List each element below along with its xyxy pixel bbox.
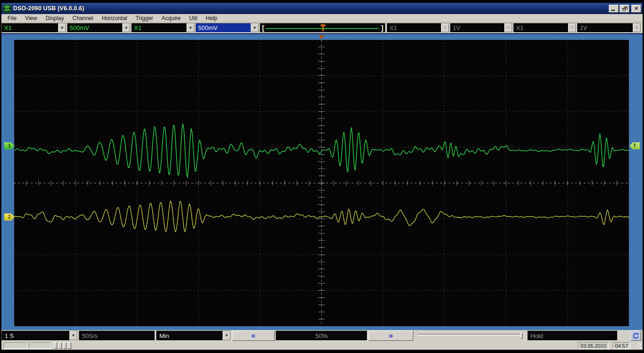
time-field: 04:57 [613,342,630,349]
range-close-bracket: ] [381,24,383,32]
toolbar-grip [54,342,57,349]
date-field: 03.05.2010 [578,342,609,349]
slider-groove [418,334,521,336]
ch1-volts-select[interactable]: 500mV ▼ [67,23,131,33]
minimize-icon [611,10,615,11]
menu-trigger[interactable]: Trigger [131,15,157,22]
status-bar: 03.05.2010 04:57 [1,341,643,350]
channel-1-trace [14,124,629,177]
menu-util[interactable]: Util [185,15,202,22]
channel1-marker[interactable]: 1 [4,142,15,149]
channel2-marker[interactable]: 2 [4,213,15,221]
buffer-position-slider[interactable] [416,331,525,341]
timebase-select[interactable]: 1 S ▼ [1,331,78,341]
trigger-status-field: Hold [527,331,618,341]
ch2-probe-select[interactable]: X1 ▼ [131,23,195,33]
close-button[interactable]: × [631,5,641,13]
chevron-down-icon: ▼ [441,23,449,32]
chevron-down-icon[interactable]: ▼ [58,23,66,32]
chevron-down-icon[interactable]: ▼ [69,331,77,340]
menu-display[interactable]: Display [41,15,68,22]
chevron-down-icon: ▼ [633,23,641,32]
minimize-button[interactable] [609,5,619,13]
menu-bar: File View Display Channel Horizontal Tri… [1,14,643,22]
app-window: DSO-2090 USB (V6.0.0.6) × File View Disp… [0,0,644,353]
toolbar-grip [68,342,71,349]
menu-help[interactable]: Help [202,15,222,22]
scope-display [14,40,629,326]
menu-horizontal[interactable]: Horizontal [97,15,131,22]
horizontal-toolbar: 1 S ▼ 50S/s Min ▼ « 50% » Hold [1,330,643,341]
scope-grid-and-traces [14,40,629,326]
double-chevron-right-icon: » [389,331,393,339]
toolbar-grip [59,342,62,349]
chevron-down-icon[interactable]: ▼ [122,23,130,32]
chevron-down-icon[interactable]: ▼ [223,331,231,340]
menu-acquire[interactable]: Acquire [157,15,185,22]
trigger-position-handle[interactable] [320,24,325,32]
toolbar-grip [63,342,67,349]
ch3-probe-select: X1 ▼ [387,23,449,33]
chevron-down-icon: ▼ [568,23,576,32]
resize-grip[interactable] [636,343,642,349]
menu-view[interactable]: View [21,15,41,22]
scope-frame: 1 2 T [1,33,643,330]
pan-left-button[interactable]: « [232,331,275,341]
restore-button[interactable] [620,5,629,13]
range-open-bracket: [ [262,24,264,32]
slider-thumb[interactable] [520,333,523,338]
pan-right-button[interactable]: » [368,331,413,341]
acquisition-mode-select[interactable]: Min ▼ [156,331,231,341]
app-icon [3,5,11,13]
sample-rate-field: 50S/s [79,331,155,341]
ch2-volts-select[interactable]: 500mV ▼ [195,23,259,33]
status-panel [3,342,28,349]
chevron-down-icon: ▼ [504,23,512,32]
ch4-volts-select: 1V ▼ [577,23,641,33]
trigger-position-marker-icon[interactable] [319,35,324,39]
double-chevron-left-icon: « [251,331,255,339]
ch3-volts-select: 1V ▼ [450,23,513,33]
ch4-probe-select: X1 ▼ [513,23,577,33]
status-panel [29,342,51,349]
title-bar: DSO-2090 USB (V6.0.0.6) × [1,3,643,14]
refresh-button[interactable] [630,331,641,341]
menu-file[interactable]: File [3,15,21,22]
trigger-position-slider[interactable]: [ ] [260,23,386,33]
window-title: DSO-2090 USB (V6.0.0.6) [13,5,84,12]
chevron-down-icon[interactable]: ▼ [251,23,259,32]
chevron-down-icon[interactable]: ▼ [187,23,195,32]
menu-channel[interactable]: Channel [68,15,98,22]
ch1-probe-select[interactable]: X1 ▼ [1,23,67,33]
buffer-position-field: 50% [276,331,367,341]
channel-toolbar: X1 ▼ 500mV ▼ X1 ▼ 500mV ▼ [ ] X1 ▼ 1V ▼ [1,22,643,33]
refresh-icon [632,332,639,339]
trigger-level-marker[interactable]: T [629,142,640,149]
